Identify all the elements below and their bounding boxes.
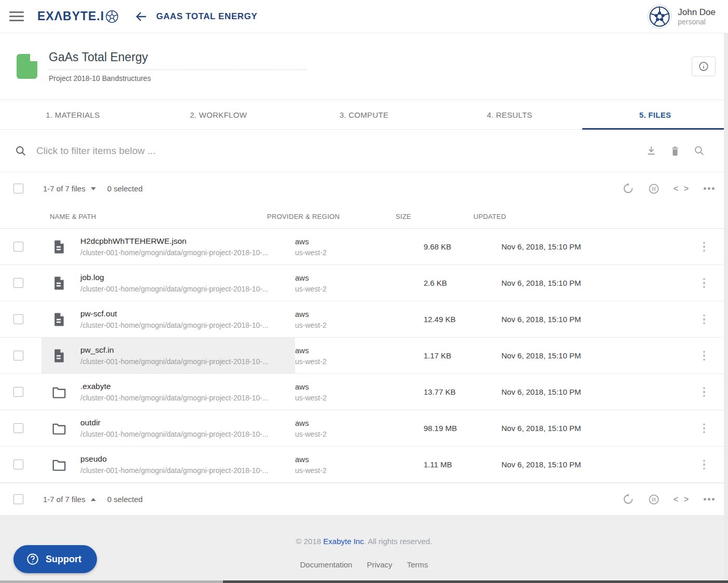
vertical-scrollbar[interactable]	[724, 33, 728, 580]
list-toolbar-bottom: 1-7 of 7 files 0 selected < >	[0, 483, 728, 515]
pause-circle-icon	[648, 493, 660, 506]
arrow-drop-up-icon[interactable]	[91, 498, 96, 501]
horizontal-scrollbar[interactable]	[0, 580, 728, 583]
file-name[interactable]: pw_scf.in	[80, 345, 269, 355]
provider: aws	[295, 455, 424, 464]
file-icon	[51, 348, 67, 364]
footer-link-terms[interactable]: Terms	[407, 560, 428, 569]
search-icon	[15, 145, 27, 157]
refresh-button[interactable]	[622, 183, 634, 195]
range-label: 1-7 of 7 files	[43, 495, 86, 504]
table-row[interactable]: pw_scf.in /cluster-001-home/gmogni/data/…	[0, 338, 728, 374]
logo-text: EXΛBYTE.I	[37, 9, 104, 23]
footer-link-privacy[interactable]: Privacy	[367, 560, 392, 569]
more-vertical-icon[interactable]	[701, 421, 708, 436]
delete-button[interactable]	[669, 145, 681, 157]
region: us-west-2	[295, 357, 424, 366]
file-size: 9.68 KB	[424, 242, 501, 251]
row-checkbox[interactable]	[13, 423, 23, 433]
logo[interactable]: EXΛBYTE.I	[37, 9, 119, 23]
tab-bar: 1. MATERIALS 2. WORKFLOW 3. COMPUTE 4. R…	[0, 100, 728, 130]
more-horizontal-icon[interactable]	[704, 498, 715, 501]
file-name[interactable]: job.log	[80, 273, 269, 282]
table-row[interactable]: outdir /cluster-001-home/gmogni/data/gmo…	[0, 410, 728, 447]
download-button[interactable]	[646, 145, 657, 157]
row-checkbox[interactable]	[13, 278, 23, 288]
folder-icon	[51, 457, 67, 473]
file-name[interactable]: H2dcpbhWhTTEHERWE.json	[80, 237, 269, 246]
file-updated: Nov 6, 2018, 15:10 PM	[501, 315, 728, 324]
folder-name[interactable]: pseudo	[80, 454, 269, 464]
select-all-checkbox[interactable]	[13, 184, 23, 193]
tab-files[interactable]: 5. FILES	[582, 100, 728, 129]
code-icon[interactable]: < >	[674, 184, 690, 193]
tab-results[interactable]: 4. RESULTS	[437, 100, 582, 129]
support-button[interactable]: Support	[13, 545, 97, 573]
company-link[interactable]: Exabyte Inc	[323, 537, 363, 546]
more-vertical-icon[interactable]	[701, 276, 708, 290]
pause-button[interactable]	[648, 183, 660, 195]
file-updated: Nov 6, 2018, 15:10 PM	[501, 387, 728, 396]
code-icon[interactable]: < >	[674, 495, 690, 504]
search-icon	[693, 145, 705, 157]
more-horizontal-icon[interactable]	[704, 187, 715, 190]
provider: aws	[295, 419, 424, 427]
folder-path: /cluster-001-home/gmogni/data/gmogni-pro…	[80, 430, 269, 438]
file-path: /cluster-001-home/gmogni/data/gmogni-pro…	[80, 357, 269, 366]
green-file-icon	[17, 54, 37, 79]
search-button[interactable]	[693, 145, 705, 157]
pause-circle-icon	[648, 183, 660, 195]
folder-name[interactable]: .exabyte	[80, 382, 269, 391]
more-vertical-icon[interactable]	[701, 349, 708, 363]
column-size[interactable]: SIZE	[396, 213, 473, 220]
selected-count: 0 selected	[107, 495, 143, 504]
arrow-back-icon[interactable]	[134, 10, 148, 23]
scrollbar-thumb[interactable]	[223, 580, 728, 583]
user-account-type: personal	[678, 18, 716, 26]
folder-path: /cluster-001-home/gmogni/data/gmogni-pro…	[80, 466, 269, 475]
more-vertical-icon[interactable]	[701, 312, 708, 327]
row-checkbox[interactable]	[13, 387, 23, 397]
avatar[interactable]	[648, 5, 671, 29]
more-vertical-icon[interactable]	[701, 240, 708, 254]
row-checkbox[interactable]	[13, 242, 23, 252]
selected-count: 0 selected	[107, 184, 143, 193]
menu-icon[interactable]	[9, 9, 25, 24]
select-all-checkbox[interactable]	[13, 494, 23, 504]
table-row[interactable]: pseudo /cluster-001-home/gmogni/data/gmo…	[0, 447, 728, 483]
info-button[interactable]	[692, 57, 716, 76]
filter-input[interactable]	[36, 145, 646, 157]
tab-compute[interactable]: 3. COMPUTE	[291, 100, 437, 129]
page-footer: © 2018 Exabyte Inc. All rights reserved.…	[0, 515, 728, 583]
app-bar: EXΛBYTE.I GAAS TOTAL ENERGY John Doe per…	[0, 0, 728, 33]
footer-link-documentation[interactable]: Documentation	[300, 560, 353, 569]
more-vertical-icon[interactable]	[701, 385, 708, 399]
file-icon	[51, 275, 67, 291]
provider: aws	[295, 273, 424, 282]
column-name-path[interactable]: NAME & PATH	[0, 213, 267, 220]
file-size: 1.17 KB	[424, 351, 501, 360]
user-name[interactable]: John Doe	[678, 7, 716, 18]
row-checkbox[interactable]	[13, 460, 23, 469]
folder-name[interactable]: outdir	[80, 418, 269, 427]
arrow-drop-down-icon[interactable]	[91, 187, 96, 190]
file-icon	[51, 239, 67, 255]
pause-button[interactable]	[648, 493, 660, 506]
download-icon	[646, 145, 657, 157]
refresh-button[interactable]	[622, 493, 634, 505]
table-row[interactable]: pw-scf.out /cluster-001-home/gmogni/data…	[0, 301, 728, 338]
tab-materials[interactable]: 1. MATERIALS	[0, 100, 146, 129]
table-row[interactable]: job.log /cluster-001-home/gmogni/data/gm…	[0, 265, 728, 301]
table-row[interactable]: .exabyte /cluster-001-home/gmogni/data/g…	[0, 374, 728, 410]
column-provider-region[interactable]: PROVIDER & REGION	[267, 213, 396, 220]
table-row[interactable]: H2dcpbhWhTTEHERWE.json /cluster-001-home…	[0, 229, 728, 265]
more-vertical-icon[interactable]	[701, 457, 708, 472]
file-updated: Nov 6, 2018, 15:10 PM	[501, 351, 728, 360]
row-checkbox[interactable]	[13, 351, 23, 360]
file-name[interactable]: pw-scf.out	[80, 309, 269, 318]
row-checkbox[interactable]	[13, 314, 23, 324]
trash-icon	[669, 145, 681, 157]
file-updated: Nov 6, 2018, 15:10 PM	[501, 242, 728, 251]
tab-workflow[interactable]: 2. WORKFLOW	[146, 100, 291, 129]
column-updated[interactable]: UPDATED	[473, 213, 728, 220]
